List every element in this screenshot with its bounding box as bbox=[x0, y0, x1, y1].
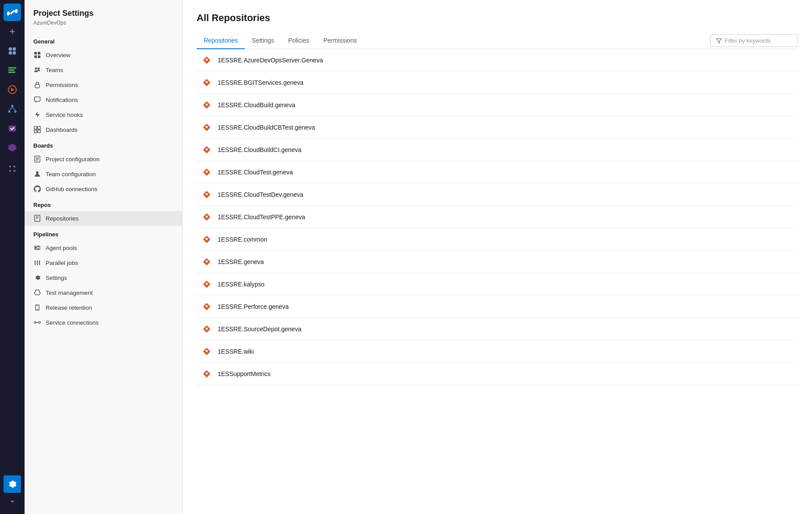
table-row[interactable]: 1ESSRE.geneva bbox=[197, 251, 798, 273]
svg-rect-6 bbox=[8, 72, 15, 73]
svg-point-16 bbox=[9, 166, 11, 167]
section-general: General bbox=[25, 33, 182, 47]
tabs-bar: Repositories Settings Policies Permissio… bbox=[197, 33, 798, 49]
sidebar-item-project-config[interactable]: Project configuration bbox=[25, 152, 182, 167]
add-icon[interactable]: + bbox=[4, 23, 21, 40]
repo-diamond-icon bbox=[202, 257, 212, 267]
section-repos: Repos bbox=[25, 196, 182, 211]
svg-rect-46 bbox=[39, 261, 40, 265]
svg-line-13 bbox=[12, 107, 15, 111]
teams-icon bbox=[33, 66, 41, 74]
svg-point-18 bbox=[9, 170, 11, 172]
table-row[interactable]: 1ESSupportMetrics bbox=[197, 363, 798, 385]
svg-rect-3 bbox=[13, 51, 16, 54]
tab-repositories[interactable]: Repositories bbox=[197, 33, 245, 49]
collapse-rail-button[interactable] bbox=[4, 496, 20, 507]
sidebar-item-github[interactable]: GitHub connections bbox=[25, 181, 182, 196]
filter-input-wrapper[interactable]: Filter by keywords bbox=[710, 34, 798, 47]
boards-nav-icon[interactable] bbox=[4, 42, 21, 60]
table-row[interactable]: 1ESSRE.CloudTestPPE.geneva bbox=[197, 206, 798, 228]
pipelines-icon-nav[interactable] bbox=[4, 81, 21, 98]
svg-marker-8 bbox=[11, 88, 14, 91]
svg-rect-31 bbox=[38, 130, 40, 133]
repo-name: 1ESSRE.SourceDepot.geneva bbox=[218, 326, 302, 333]
repo-diamond-icon bbox=[202, 279, 212, 289]
sidebar-item-team-config[interactable]: Team configuration bbox=[25, 167, 182, 181]
sidebar-item-repositories[interactable]: Repositories bbox=[25, 211, 182, 226]
table-row[interactable]: 1ESSRE.SourceDepot.geneva bbox=[197, 318, 798, 340]
tab-permissions[interactable]: Permissions bbox=[316, 33, 364, 49]
settings-nav-icon[interactable] bbox=[4, 475, 21, 493]
github-icon bbox=[33, 185, 41, 193]
sidebar-item-test-management[interactable]: Test management bbox=[25, 285, 182, 300]
more-apps-icon[interactable] bbox=[4, 160, 21, 177]
pipelines-settings-icon bbox=[33, 274, 41, 282]
sidebar-item-overview[interactable]: Overview bbox=[25, 47, 182, 62]
sidebar-item-dashboards[interactable]: Dashboards bbox=[25, 122, 182, 137]
sidebar-item-teams-label: Teams bbox=[46, 67, 63, 73]
repo-name: 1ESSRE.BGITServices.geneva bbox=[218, 79, 303, 86]
sidebar-item-permissions[interactable]: Permissions bbox=[25, 77, 182, 92]
section-pipelines: Pipelines bbox=[25, 226, 182, 240]
sidebar-item-notifications[interactable]: Notifications bbox=[25, 92, 182, 107]
table-row[interactable]: 1ESSRE.common bbox=[197, 228, 798, 251]
repository-list: 1ESSRE.AzureDevOpsServer.Geneva 1ESSRE.B… bbox=[197, 49, 798, 385]
artifacts-icon-nav[interactable] bbox=[4, 139, 21, 156]
sidebar-item-pipelines-settings[interactable]: Settings bbox=[25, 270, 182, 285]
svg-rect-23 bbox=[38, 55, 40, 58]
repo-diamond-icon bbox=[202, 302, 212, 311]
repo-name: 1ESSRE.CloudBuildCI.geneva bbox=[218, 146, 302, 153]
sidebar-item-service-hooks-label: Service hooks bbox=[46, 112, 83, 118]
table-row[interactable]: 1ESSRE.AzureDevOpsServer.Geneva bbox=[197, 49, 798, 72]
lock-icon bbox=[33, 81, 41, 89]
svg-rect-14 bbox=[9, 126, 16, 131]
sidebar-item-parallel-jobs[interactable]: Parallel jobs bbox=[25, 255, 182, 270]
sidebar-item-release-retention[interactable]: Release retention bbox=[25, 300, 182, 315]
repo-name: 1ESSRE.kalypso bbox=[218, 281, 265, 288]
filter-icon bbox=[716, 38, 722, 44]
svg-rect-27 bbox=[35, 97, 40, 101]
sidebar-item-service-hooks[interactable]: Service hooks bbox=[25, 107, 182, 122]
table-row[interactable]: 1ESSRE.CloudTestDev.geneva bbox=[197, 184, 798, 206]
svg-rect-22 bbox=[34, 55, 37, 58]
svg-point-17 bbox=[14, 166, 15, 167]
table-row[interactable]: 1ESSRE.BGITServices.geneva bbox=[197, 72, 798, 94]
svg-rect-26 bbox=[35, 84, 40, 88]
svg-rect-21 bbox=[38, 52, 40, 54]
boards-work-icon[interactable] bbox=[4, 62, 21, 79]
repo-diamond-icon bbox=[202, 55, 212, 65]
section-boards: Boards bbox=[25, 137, 182, 152]
repos-icon-nav[interactable] bbox=[4, 100, 21, 118]
repo-name: 1ESSRE.wiki bbox=[218, 348, 254, 355]
table-row[interactable]: 1ESSRE.CloudBuildCI.geneva bbox=[197, 139, 798, 161]
repo-diamond-icon bbox=[202, 212, 212, 222]
table-row[interactable]: 1ESSRE.CloudTest.geneva bbox=[197, 161, 798, 184]
sidebar-item-teams[interactable]: Teams bbox=[25, 62, 182, 77]
svg-rect-44 bbox=[35, 261, 36, 265]
svg-point-9 bbox=[11, 105, 14, 107]
repo-icon bbox=[33, 214, 41, 222]
sidebar-item-service-connections[interactable]: Service connections bbox=[25, 315, 182, 330]
sidebar-item-team-config-label: Team configuration bbox=[46, 171, 96, 177]
table-row[interactable]: 1ESSRE.CloudBuildCBTest.geneva bbox=[197, 116, 798, 139]
azure-devops-logo-icon[interactable] bbox=[4, 4, 21, 21]
sidebar-item-agent-pools[interactable]: Agent pools bbox=[25, 240, 182, 255]
sidebar-item-project-config-label: Project configuration bbox=[46, 156, 100, 163]
repo-name: 1ESSRE.geneva bbox=[218, 258, 264, 265]
svg-point-25 bbox=[38, 68, 40, 70]
dashboards-icon bbox=[33, 126, 41, 134]
table-row[interactable]: 1ESSRE.Perforce.geneva bbox=[197, 296, 798, 318]
svg-marker-15 bbox=[8, 144, 16, 152]
svg-rect-30 bbox=[34, 130, 37, 133]
table-row[interactable]: 1ESSRE.wiki bbox=[197, 340, 798, 363]
svg-rect-28 bbox=[34, 127, 37, 129]
repo-name: 1ESSRE.AzureDevOpsServer.Geneva bbox=[218, 57, 323, 64]
repo-diamond-icon bbox=[202, 347, 212, 356]
testplans-icon-nav[interactable] bbox=[4, 119, 21, 137]
table-row[interactable]: 1ESSRE.kalypso bbox=[197, 273, 798, 296]
repo-diamond-icon bbox=[202, 190, 212, 199]
tab-settings[interactable]: Settings bbox=[245, 33, 281, 49]
table-row[interactable]: 1ESSRE.CloudBuild.geneva bbox=[197, 94, 798, 116]
tab-policies[interactable]: Policies bbox=[281, 33, 316, 49]
repo-name: 1ESSRE.CloudTest.geneva bbox=[218, 169, 293, 176]
